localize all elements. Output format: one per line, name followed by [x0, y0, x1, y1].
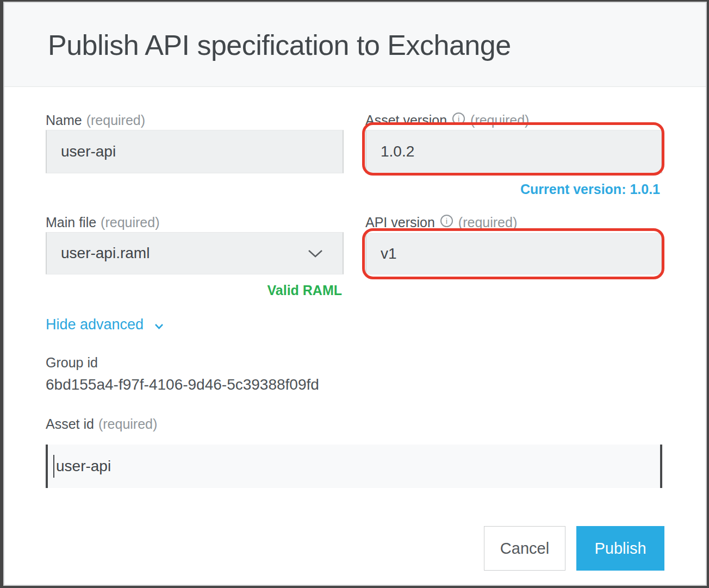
current-version-note: Current version: 1.0.1	[365, 182, 660, 197]
main-file-label: Main file(required)	[46, 215, 159, 230]
asset-id-input[interactable]: user-api	[46, 445, 662, 488]
name-input[interactable]	[46, 130, 344, 173]
publish-dialog: Publish API specification to Exchange Na…	[4, 3, 706, 585]
main-file-label-text: Main file	[46, 215, 96, 230]
api-version-label-text: API version	[365, 215, 435, 230]
asset-id-required-text: (required)	[98, 416, 157, 431]
text-cursor	[53, 455, 54, 478]
info-icon[interactable]: i	[440, 215, 453, 227]
cancel-button[interactable]: Cancel	[484, 526, 565, 571]
main-file-select[interactable]: user-api.raml	[46, 232, 344, 274]
hide-advanced-toggle[interactable]: Hide advanced	[46, 316, 164, 333]
valid-raml-status: Valid RAML	[46, 283, 342, 298]
api-version-required-text: (required)	[458, 215, 517, 230]
name-label-text: Name	[46, 112, 82, 128]
group-id-label: Group id	[46, 355, 98, 371]
asset-id-label-text: Asset id	[46, 416, 94, 431]
publish-button[interactable]: Publish	[576, 526, 664, 571]
dialog-title: Publish API specification to Exchange	[48, 29, 511, 61]
api-version-label: API versioni(required)	[365, 215, 517, 230]
info-icon[interactable]: i	[452, 112, 465, 125]
chevron-down-icon	[308, 245, 323, 262]
name-required-text: (required)	[86, 112, 145, 128]
asset-id-label: Asset id(required)	[46, 416, 157, 432]
group-id-value: 6bd155a4-f97f-4106-9d46-5c39388f09fd	[46, 376, 319, 393]
asset-id-value: user-api	[56, 458, 111, 475]
api-version-input[interactable]	[365, 233, 662, 274]
main-file-selected-value: user-api.raml	[61, 245, 150, 262]
hide-advanced-label: Hide advanced	[46, 316, 144, 333]
asset-version-input[interactable]	[365, 130, 662, 173]
asset-version-label-text: Asset version	[365, 112, 447, 128]
main-file-required-text: (required)	[101, 215, 159, 230]
asset-version-required-text: (required)	[470, 112, 529, 128]
chevron-down-icon	[150, 316, 164, 333]
asset-version-label: Asset versioni(required)	[365, 112, 529, 128]
dialog-header: Publish API specification to Exchange	[4, 3, 706, 87]
name-label: Name(required)	[46, 112, 145, 128]
